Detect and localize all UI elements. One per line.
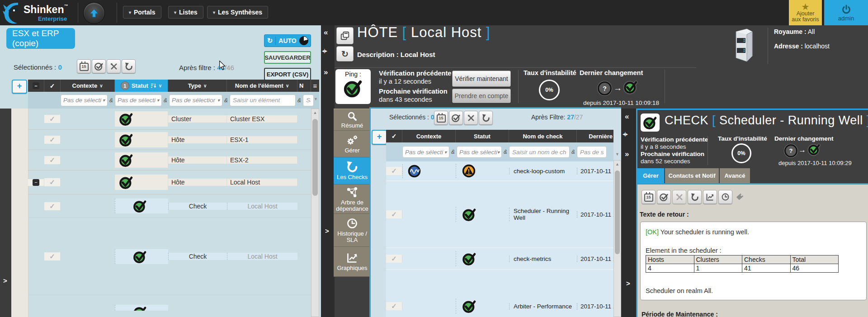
collapse-left-icon[interactable]: « <box>625 112 629 121</box>
column-type[interactable]: Type∨ <box>168 80 227 92</box>
column-extra[interactable]: N <box>297 80 311 92</box>
expand-rail-chevron[interactable]: > <box>3 277 7 284</box>
and-operator: & <box>502 149 509 155</box>
collapse-all-header[interactable]: − <box>28 80 44 92</box>
sidebar-item-les-checks[interactable]: Les Checks <box>334 157 371 185</box>
check-now-button[interactable]: Vérifier maintenant <box>452 71 511 87</box>
check-recheck-button[interactable] <box>688 190 702 204</box>
pin-icon[interactable] <box>735 192 745 202</box>
add-favorites-button[interactable]: ★ Ajouter aux favoris <box>789 0 822 25</box>
tools-button[interactable] <box>107 59 121 73</box>
host-type-button[interactable] <box>336 27 354 44</box>
scrollbar-up-icon[interactable]: ▲ <box>311 110 319 115</box>
menu-syntheses[interactable]: ▾ Les Synthèses <box>207 6 268 19</box>
scroll-top-button[interactable] <box>83 2 105 24</box>
checks-filter-nom-input[interactable] <box>509 146 570 158</box>
checks-column-derniere[interactable]: Dernière <box>577 130 613 142</box>
table-row[interactable]: ✓ Hôte ESX-1 <box>28 130 319 150</box>
scrollbar-up-icon[interactable]: ▲ <box>614 162 621 166</box>
tab-contacts[interactable]: Contacts et Notif <box>665 168 719 183</box>
table-row-child[interactable] <box>28 295 319 317</box>
admin-button[interactable]: admin <box>824 0 868 25</box>
downtime-button[interactable]: 15 <box>77 59 91 73</box>
filter-nom-input[interactable] <box>230 95 296 106</box>
sidebar-item-gerer[interactable]: Gérer <box>334 131 371 157</box>
checks-downtime-button[interactable]: 15 <box>434 111 448 125</box>
sidebar-item-resume[interactable]: Résumé <box>334 109 371 131</box>
check-history-button[interactable] <box>718 190 732 204</box>
table-row[interactable]: ✓ Cluster Cluster ESX <box>28 109 319 130</box>
checks-filter-contexte[interactable]: Pas de sélecti▾ <box>402 146 449 158</box>
acknowledge-host-button[interactable]: Prendre en compte <box>452 89 511 103</box>
row-check-icon: ✓ <box>49 136 55 144</box>
sidebar-item-arbre[interactable]: Arbre de dépendance <box>334 185 371 214</box>
checks-select-all[interactable]: ✓ <box>386 130 402 142</box>
checks-scroll-up-mini[interactable]: ▼ <box>615 152 619 156</box>
filter-statut-dropdown[interactable]: Pas de sélecti▾ <box>115 95 162 106</box>
list-title-button[interactable]: ESX et ERP (copie) <box>6 28 75 49</box>
checks-recheck-button[interactable] <box>479 111 493 125</box>
sidebar-item-graphiques[interactable]: Graphiques <box>334 247 371 277</box>
check-downtime-button[interactable]: 15 <box>642 190 656 204</box>
checks-column-contexte[interactable]: Contexte <box>402 130 456 142</box>
export-csv-button[interactable]: EXPORT (CSV) <box>264 68 311 80</box>
checks-column-statut[interactable]: Statut <box>456 130 509 142</box>
filter-type-dropdown[interactable]: Pas de sélectior▾ <box>169 95 222 106</box>
resize-handle-icon[interactable]: ◂|▸ <box>322 48 327 54</box>
menu-listes[interactable]: ▾ Listes <box>168 6 203 19</box>
column-statut[interactable]: 1 Statut ∨ <box>115 80 168 92</box>
select-all-header[interactable]: ✓ <box>44 80 61 92</box>
and-operator: & <box>222 97 230 104</box>
scrollbar-thumb[interactable] <box>615 170 620 254</box>
checks-filter-statut[interactable]: Pas de sélecti▾ <box>457 146 502 158</box>
check-row[interactable]: ✓ Scheduler - Running Well 2017-10-11 14 <box>386 181 613 248</box>
divider-chevron[interactable]: > <box>325 227 329 235</box>
check-row[interactable]: ✓ check-loop-custom 2017-10-11 14 <box>386 161 613 181</box>
table-row[interactable]: ✓ Hôte ESX-2 <box>28 150 319 170</box>
checks-scrollbar[interactable]: ▲ <box>613 160 621 317</box>
checks-filter-derniere-input[interactable] <box>577 146 607 158</box>
table-row-child[interactable]: ✓ Check Local Host <box>28 218 319 295</box>
collapse-left-icon[interactable]: « <box>324 28 328 37</box>
elements-scrollbar[interactable]: ▲ <box>311 109 319 317</box>
checks-table-header: ✓ Contexte Statut Nom de check Dernière <box>386 130 613 142</box>
host-title: HÔTE [ Local Host ] <box>357 24 491 41</box>
check-row[interactable]: ✓ Arbiter - Performance 2017-10-11 14 <box>386 270 613 317</box>
filter-contexte-dropdown[interactable]: Pas de sélecti▾ <box>61 95 108 106</box>
recheck-button[interactable] <box>122 59 136 73</box>
table-menu-button[interactable]: ≡ <box>311 80 319 92</box>
column-nom[interactable]: Nom de l'élément∨ <box>227 80 297 92</box>
filter-extra-input[interactable] <box>303 95 314 106</box>
add-element-button[interactable]: + <box>12 80 27 94</box>
checks-tools-button[interactable] <box>464 111 478 125</box>
divider-chevron[interactable]: > <box>626 279 630 287</box>
check-acknowledge-button[interactable] <box>657 190 671 204</box>
scroll-up-mini[interactable]: ▼ <box>314 97 318 101</box>
expand-right-icon[interactable]: » <box>625 150 629 159</box>
scrollbar-thumb[interactable] <box>312 119 318 196</box>
column-contexte[interactable]: Contexte∨ <box>61 80 115 92</box>
menu-portals[interactable]: ▾ Portals <box>123 6 161 19</box>
table-row[interactable]: − ✓ Hôte Local Host <box>28 170 319 194</box>
acknowledge-button[interactable] <box>92 59 106 73</box>
caret-down-icon: ▾ <box>497 150 500 155</box>
elements-table-body: ✓ Cluster Cluster ESX ✓ Hôte ESX-1 ✓ <box>28 109 319 317</box>
sidebar-item-historique[interactable]: Historique / SLA <box>334 214 371 247</box>
check-tools-button[interactable] <box>672 190 686 204</box>
top-bar: Shinken™ Enterprise ▾ Portals ▾ Listes ▾… <box>0 0 868 25</box>
table-row-child[interactable]: ✓ Check Local Host <box>28 194 319 218</box>
tab-gerer[interactable]: Gérer <box>637 168 664 183</box>
resize-handle-icon[interactable]: ◂|▸ <box>623 131 627 137</box>
check-graph-button[interactable] <box>703 190 717 204</box>
left-rail: > <box>0 109 11 317</box>
host-refresh-button[interactable]: ↻ <box>336 46 354 62</box>
expand-right-icon[interactable]: » <box>324 68 328 77</box>
check-row[interactable]: ✓ check-metrics 2017-10-11 14 <box>386 248 613 270</box>
save-button[interactable]: SAUVEGARDER <box>264 51 311 64</box>
add-check-button[interactable]: + <box>372 130 387 145</box>
collapse-row-icon[interactable]: − <box>33 179 39 186</box>
checks-column-nom[interactable]: Nom de check <box>509 130 577 142</box>
auto-refresh-button[interactable]: ↻ AUTO <box>264 34 311 47</box>
checks-acknowledge-button[interactable] <box>449 111 463 125</box>
tab-avance[interactable]: Avancé <box>720 168 750 183</box>
